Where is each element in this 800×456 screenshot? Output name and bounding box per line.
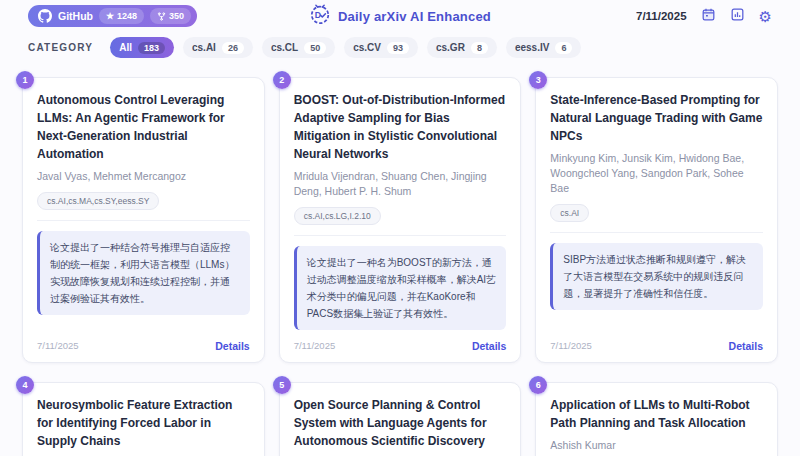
paper-card: 2 BOOST: Out-of-Distribution-Informed Ad… <box>279 77 522 363</box>
paper-card: 4 Neurosymbolic Feature Extraction for I… <box>22 382 265 456</box>
stats-button[interactable] <box>730 7 745 25</box>
bar-chart-icon <box>730 7 745 25</box>
category-count: 50 <box>304 42 326 54</box>
paper-title: Application of LLMs to Multi-Robot Path … <box>550 396 763 432</box>
star-icon: ★ <box>106 11 114 21</box>
github-label: GitHub <box>58 10 93 22</box>
paper-summary: SIBP方法通过状态推断和规则遵守，解决了大语言模型在交易系统中的规则违反问题，… <box>550 243 763 310</box>
paper-summary: 论文提出了一种名为BOOST的新方法，通过动态调整温度缩放和采样概率，解决AI艺… <box>294 246 507 330</box>
calendar-icon <box>701 7 716 25</box>
category-count: 8 <box>471 42 488 54</box>
details-link[interactable]: Details <box>729 340 763 352</box>
abstract-section: 论文提出了一种名为BOOST的新方法，通过动态调整温度缩放和采样概率，解决AI艺… <box>294 235 507 330</box>
paper-grid: 1 Autonomous Control Leveraging LLMs: An… <box>0 67 800 456</box>
paper-title: BOOST: Out-of-Distribution-Informed Adap… <box>294 91 507 163</box>
paper-authors: Javal Vyas, Mehmet Mercangoz <box>37 169 250 184</box>
details-link[interactable]: Details <box>215 340 249 352</box>
category-pill-cs-ai[interactable]: cs.AI 26 <box>183 37 253 58</box>
calendar-button[interactable] <box>701 7 716 25</box>
paper-title: State-Inference-Based Prompting for Natu… <box>550 91 763 145</box>
header-controls: 7/11/2025 ⚙ <box>636 7 772 25</box>
abstract-section: 论文提出了一种结合符号推理与自适应控制的统一框架，利用大语言模型（LLMs）实现… <box>37 220 250 315</box>
category-label: CATEGORY <box>28 42 93 53</box>
header: GitHub ★ 1248 350 D Daily arXiv AI Enhan… <box>0 0 800 32</box>
fork-icon <box>157 12 166 21</box>
card-number-badge: 4 <box>16 376 34 394</box>
card-footer: 7/11/2025 Details <box>37 330 250 352</box>
category-pill-cs-cl[interactable]: cs.CL 50 <box>262 37 335 58</box>
category-tag: cs.AI,cs.MA,cs.SY,eess.SY <box>37 192 159 210</box>
category-count: 6 <box>555 42 572 54</box>
category-pill-all[interactable]: All 183 <box>110 37 174 58</box>
category-tag: cs.AI,cs.LG,I.2.10 <box>294 207 381 225</box>
paper-title: Autonomous Control Leveraging LLMs: An A… <box>37 91 250 163</box>
card-number-badge: 2 <box>273 71 291 89</box>
paper-date: 7/11/2025 <box>294 340 336 351</box>
category-tag: cs.AI <box>550 204 589 222</box>
paper-authors: Minkyung Kim, Junsik Kim, Hwidong Bae, W… <box>550 151 763 196</box>
card-number-badge: 5 <box>273 376 291 394</box>
category-bar: CATEGORY All 183 cs.AI 26 cs.CL 50 cs.CV… <box>0 32 800 67</box>
gear-icon: ⚙ <box>759 9 772 24</box>
card-number-badge: 3 <box>529 71 547 89</box>
settings-button[interactable]: ⚙ <box>759 9 772 24</box>
paper-summary: 论文提出了一种结合符号推理与自适应控制的统一框架，利用大语言模型（LLMs）实现… <box>37 231 250 315</box>
app-title: Daily arXiv AI Enhanced <box>338 9 491 24</box>
paper-card: 6 Application of LLMs to Multi-Robot Pat… <box>535 382 778 456</box>
category-pill-cs-cv[interactable]: cs.CV 93 <box>344 37 418 58</box>
github-badge[interactable]: GitHub ★ 1248 350 <box>28 5 197 27</box>
category-pill-cs-gr[interactable]: cs.GR 8 <box>427 37 497 58</box>
app-logo-icon: D <box>309 3 331 29</box>
category-count: 93 <box>387 42 409 54</box>
github-stars: ★ 1248 <box>99 8 144 24</box>
paper-title: Neurosymbolic Feature Extraction for Ide… <box>37 396 250 450</box>
current-date: 7/11/2025 <box>636 10 687 22</box>
paper-card: 1 Autonomous Control Leveraging LLMs: An… <box>22 77 265 363</box>
paper-title: Open Source Planning & Control System wi… <box>294 396 507 450</box>
card-footer: 7/11/2025 Details <box>550 330 763 352</box>
category-count: 183 <box>138 42 165 54</box>
paper-authors: Ashish Kumar <box>550 438 763 453</box>
category-pill-eess-iv[interactable]: eess.IV 6 <box>506 37 582 58</box>
paper-card: 3 State-Inference-Based Prompting for Na… <box>535 77 778 363</box>
category-count: 26 <box>222 42 244 54</box>
github-icon <box>38 9 52 23</box>
paper-card: 5 Open Source Planning & Control System … <box>279 382 522 456</box>
github-forks: 350 <box>150 8 191 24</box>
abstract-section: SIBP方法通过状态推断和规则遵守，解决了大语言模型在交易系统中的规则违反问题，… <box>550 232 763 310</box>
details-link[interactable]: Details <box>472 340 506 352</box>
card-footer: 7/11/2025 Details <box>294 330 507 352</box>
paper-date: 7/11/2025 <box>550 340 592 351</box>
card-number-badge: 1 <box>16 71 34 89</box>
paper-date: 7/11/2025 <box>37 340 79 351</box>
paper-authors: Mridula Vijendran, Shuang Chen, Jingjing… <box>294 169 507 199</box>
brand: D Daily arXiv AI Enhanced <box>309 0 491 32</box>
card-number-badge: 6 <box>529 376 547 394</box>
